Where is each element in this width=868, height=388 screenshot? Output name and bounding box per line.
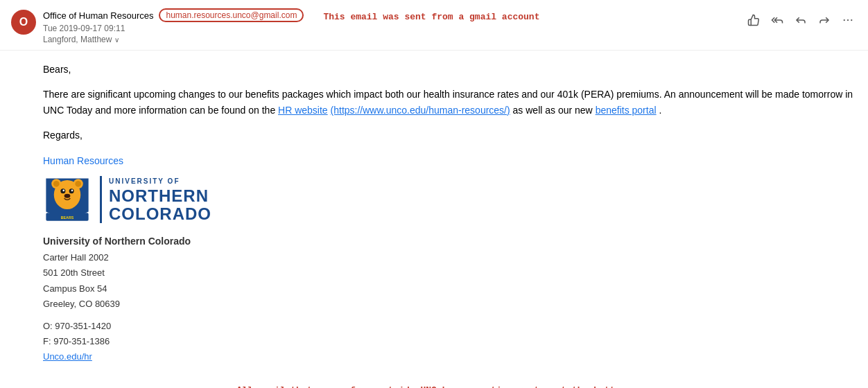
signature-title: Human Resources [43,153,854,168]
unc-large-text2: COLORADO [109,205,211,223]
svg-point-0 [844,19,845,21]
contact-block: O: 970-351-1420 F: 970-351-1386 Unco.edu… [43,319,854,364]
svg-text:BEARS: BEARS [61,215,74,220]
svg-point-7 [75,181,81,187]
unc-small-text: UNIVERSITY OF [109,176,211,187]
gmail-warning-badge: This email was sent from a gmail account [323,12,539,22]
email-date: Tue 2019-09-17 09:11 [43,24,745,33]
unc-large-text1: NORTHERN [109,187,211,205]
address-line-2: 501 20th Street [43,265,854,281]
svg-point-10 [62,190,64,192]
reply-all-button[interactable] [768,11,786,29]
reply-button[interactable] [792,11,810,29]
email-header: O Office of Human Resources human.resour… [0,0,868,51]
body-para1-mid: as well as our new [513,105,593,116]
sender-name: Office of Human Resources [43,10,153,21]
logo-block: BEARS UNIVERSITY OF NORTHERN COLORADO [43,175,854,224]
website-link[interactable]: Unco.edu/hr [43,351,92,362]
bear-logo: BEARS [43,175,92,224]
sender-email[interactable]: human.resources.unco@gmail.com [159,8,304,22]
svg-point-1 [847,19,849,21]
email-body: Bears, There are significant upcoming ch… [0,51,868,381]
forward-button[interactable] [815,11,833,29]
svg-point-11 [71,190,73,192]
recipient-dropdown-icon[interactable]: ∨ [114,36,119,44]
address-block: Carter Hall 2002 501 20th Street Campus … [43,250,854,311]
recipient-name: Langford, Matthew [43,35,112,44]
thumbs-up-button[interactable] [745,11,763,29]
more-actions-button[interactable] [839,11,857,29]
svg-point-2 [851,19,852,21]
email-container: O Office of Human Resources human.resour… [0,0,868,388]
svg-point-12 [64,194,71,198]
greeting: Bears, [43,62,854,77]
address-line-1: Carter Hall 2002 [43,250,854,265]
benefits-portal-link[interactable]: benefits portal [596,105,657,116]
body-para1-end: . [659,105,661,116]
org-name: University of Northern Colorado [43,233,854,249]
unc-logo-text: UNIVERSITY OF NORTHERN COLORADO [100,176,211,224]
phone-office: O: 970-351-1420 [43,319,854,334]
sender-info: Office of Human Resources human.resource… [43,8,745,44]
svg-point-6 [53,181,60,187]
hr-url-link[interactable]: (https://www.unco.edu/human-resources/) [331,105,510,116]
body-paragraph-1: There are significant upcoming changes t… [43,87,854,118]
closing: Regards, [43,127,854,143]
phone-fax: F: 970-351-1386 [43,334,854,349]
header-actions [745,8,857,29]
address-line-4: Greeley, CO 80639 [43,297,854,312]
bottom-warning-label: All email that comes from outside UNC ha… [0,385,868,388]
sender-name-row: Office of Human Resources human.resource… [43,8,745,22]
hr-website-link[interactable]: HR website [278,105,328,116]
sender-avatar: O [11,10,36,35]
address-line-3: Campus Box 54 [43,281,854,297]
recipient-row: Langford, Matthew ∨ [43,35,745,44]
